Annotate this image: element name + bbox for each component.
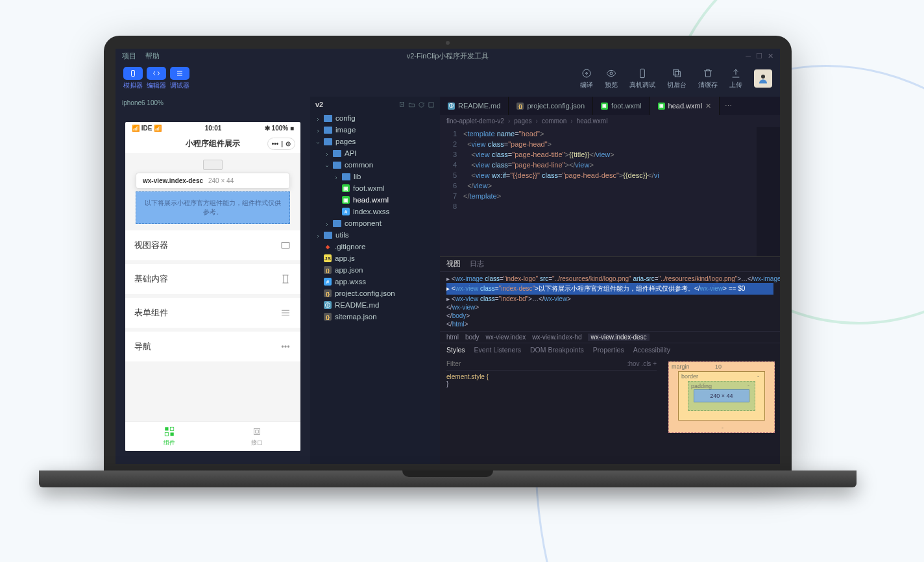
capsule-button[interactable]: ••• | ⊙: [267, 138, 295, 150]
tool-background[interactable]: 切后台: [667, 68, 687, 90]
tool-compile[interactable]: 编译: [580, 68, 593, 90]
dom-node[interactable]: </body>: [446, 312, 773, 320]
file-icon: ⓘ: [324, 301, 332, 309]
tree-node[interactable]: ⓘREADME.md: [313, 299, 437, 311]
crumb-item[interactable]: wx-view.index: [486, 334, 526, 341]
subtab-accessibility[interactable]: Accessibility: [633, 346, 670, 354]
list-item[interactable]: 导航: [125, 332, 300, 361]
svg-point-3: [610, 72, 613, 75]
tree-node[interactable]: ◆.gitignore: [313, 241, 437, 252]
editor-tab[interactable]: ▣head.wxml✕: [650, 97, 720, 115]
tree-node[interactable]: #index.wxss: [313, 206, 437, 217]
crumb-item[interactable]: wx-view.index-hd: [532, 334, 581, 341]
list-item[interactable]: 表单组件: [125, 298, 300, 328]
dom-node[interactable]: </wx-view>: [446, 303, 773, 312]
dom-node[interactable]: ▸ <wx-view class="index-bd">…</wx-view>: [446, 295, 773, 303]
tree-node[interactable]: config: [313, 112, 437, 124]
styles-rules[interactable]: :hov .cls + element.style {}</span><div …: [440, 356, 663, 464]
tree-node[interactable]: ▣foot.wxml: [313, 182, 437, 194]
close-icon[interactable]: ✕: [768, 52, 773, 60]
tree-node[interactable]: ▣head.wxml: [313, 194, 437, 206]
tool-preview[interactable]: 预览: [605, 68, 618, 90]
close-tab-icon[interactable]: ✕: [705, 102, 711, 110]
refresh-icon[interactable]: [418, 101, 425, 108]
svg-rect-15: [170, 433, 173, 436]
minimize-icon[interactable]: ─: [746, 52, 751, 60]
editor-tab[interactable]: ▣foot.wxml: [593, 97, 650, 115]
explorer-header: v2: [310, 97, 440, 112]
user-avatar[interactable]: [754, 69, 772, 88]
minimap[interactable]: [757, 127, 780, 256]
tool-upload[interactable]: 上传: [729, 68, 742, 90]
collapse-icon[interactable]: [428, 101, 435, 108]
menu-dots-icon[interactable]: •••: [272, 140, 279, 147]
device-indicator[interactable]: iphone6 100%: [116, 97, 310, 109]
tab-component[interactable]: 组件: [125, 422, 213, 451]
breadcrumb-item[interactable]: pages: [514, 117, 531, 125]
item-icon: [280, 273, 291, 285]
more-tabs[interactable]: ⋯: [720, 102, 737, 110]
code-editor[interactable]: 12345678 <template name="head"> <view cl…: [440, 127, 780, 256]
tree-node[interactable]: {}project.config.json: [313, 287, 437, 299]
css-rule[interactable]: element.style {}: [446, 373, 657, 387]
breadcrumb-item[interactable]: common: [542, 117, 566, 125]
file-tree[interactable]: configimagepagesAPIcommonlib▣foot.wxml▣h…: [310, 112, 440, 323]
tree-node[interactable]: utils: [313, 229, 437, 241]
tool-remote-debug[interactable]: 真机调试: [629, 68, 655, 90]
list-item[interactable]: 视图容器: [125, 230, 300, 260]
list-item[interactable]: 基础内容: [125, 264, 300, 294]
mode-debugger[interactable]: 调试器: [170, 67, 189, 90]
breadcrumb[interactable]: fino-applet-demo-v2›pages›common›head.wx…: [440, 115, 780, 127]
dom-node[interactable]: ▸ <wx-view class="index-desc">以下将展示小程序官方…: [446, 283, 773, 295]
breadcrumb-item[interactable]: fino-applet-demo-v2: [446, 117, 504, 125]
styles-filter-input[interactable]: [446, 360, 621, 367]
mode-simulator[interactable]: 模拟器: [123, 67, 143, 90]
window-controls[interactable]: ─ ☐ ✕: [746, 52, 773, 60]
code-content[interactable]: <template name="head"> <view class="page…: [463, 127, 780, 256]
highlighted-element[interactable]: 以下将展示小程序官方组件能力，组件样式仅供参考。: [136, 191, 290, 224]
phone-body[interactable]: wx-view.index-desc 240 × 44 以下将展示小程序官方组件…: [125, 153, 300, 421]
mode-editor[interactable]: 编辑器: [147, 67, 166, 90]
editor-tab[interactable]: ⓘREADME.md: [440, 97, 509, 115]
filter-tools[interactable]: :hov .cls +: [627, 360, 657, 367]
svg-point-7: [761, 75, 765, 79]
subtab-dom-bp[interactable]: DOM Breakpoints: [530, 346, 584, 354]
tree-node[interactable]: component: [313, 217, 437, 229]
crumb-item[interactable]: wx-view.index-desc: [588, 334, 649, 341]
tree-node[interactable]: lib: [313, 171, 437, 182]
subtab-styles[interactable]: Styles: [446, 346, 465, 354]
tab-elements[interactable]: 视图: [446, 260, 461, 269]
tree-node[interactable]: API: [313, 147, 437, 159]
tree-node[interactable]: #app.wxss: [313, 276, 437, 287]
tree-node[interactable]: {}sitemap.json: [313, 311, 437, 323]
tree-node[interactable]: common: [313, 159, 437, 171]
subtab-properties[interactable]: Properties: [593, 346, 624, 354]
dom-tree[interactable]: ▸ <wx-image class="index-logo" src="../r…: [440, 272, 780, 331]
tree-node[interactable]: pages: [313, 136, 437, 147]
new-file-icon[interactable]: [398, 101, 406, 108]
tree-node[interactable]: image: [313, 124, 437, 136]
tool-clear-cache[interactable]: 清缓存: [698, 68, 718, 90]
dom-node[interactable]: ▸ <wx-image class="index-logo" src="../r…: [446, 275, 773, 283]
tree-node[interactable]: {}app.json: [313, 264, 437, 276]
maximize-icon[interactable]: ☐: [756, 52, 762, 60]
dom-breadcrumb[interactable]: htmlbodywx-view.indexwx-view.index-hdwx-…: [440, 331, 780, 343]
close-circle-icon[interactable]: ⊙: [286, 140, 291, 147]
tree-node[interactable]: JSapp.js: [313, 252, 437, 264]
subtab-listeners[interactable]: Event Listeners: [474, 346, 521, 354]
menu-help[interactable]: 帮助: [145, 51, 160, 61]
box-model-content: 240 × 44: [694, 389, 749, 402]
item-icon: [280, 341, 291, 352]
tab-console[interactable]: 日志: [470, 260, 484, 269]
svg-rect-6: [675, 71, 680, 77]
editor-tab[interactable]: {}project.config.json: [509, 97, 593, 115]
tab-api[interactable]: 接口: [213, 422, 300, 451]
dom-node[interactable]: </html>: [446, 320, 773, 328]
menu-project[interactable]: 项目: [122, 51, 136, 61]
svg-point-10: [285, 346, 286, 347]
crumb-item[interactable]: html: [446, 334, 459, 341]
crumb-item[interactable]: body: [465, 334, 480, 341]
new-folder-icon[interactable]: [408, 101, 415, 108]
svg-point-1: [583, 69, 590, 77]
breadcrumb-item[interactable]: head.wxml: [577, 117, 608, 125]
